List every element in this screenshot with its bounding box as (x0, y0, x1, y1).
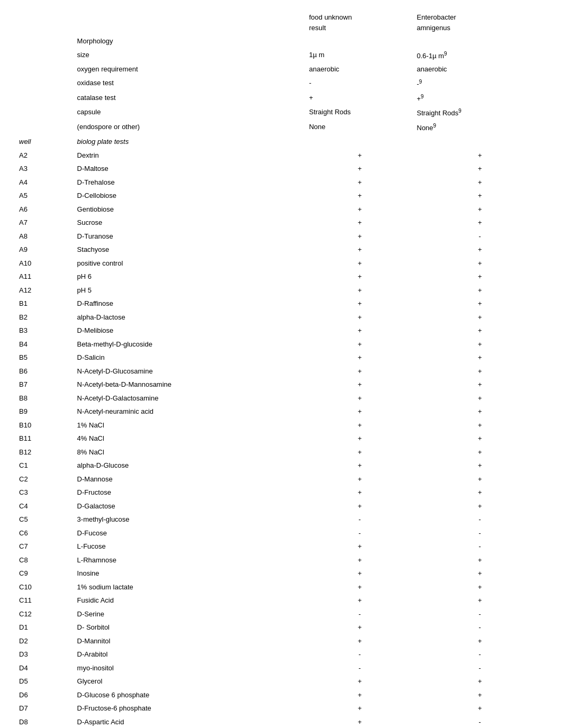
biolog-entero-result: - (414, 648, 547, 661)
biolog-test-name: N-Acetyl-neuraminic acid (74, 405, 306, 418)
biolog-test-name: 4% NaCl (74, 432, 306, 445)
biolog-well: C7 (16, 540, 74, 553)
biolog-entero-result: + (414, 580, 547, 594)
biolog-row: D6D-Glucose 6 phosphate++ (16, 688, 546, 702)
capsule-entero: Straight Rods9 (414, 105, 547, 120)
biolog-test-name: D-Aspartic Acid (74, 715, 306, 728)
biolog-well: C3 (16, 486, 74, 499)
biolog-row: D4myo-inositol-- (16, 661, 546, 675)
biolog-entero-result: + (414, 405, 547, 418)
biolog-food-result: + (306, 365, 414, 378)
biolog-row: B5D-Salicin++ (16, 351, 546, 365)
biolog-test-name: N-Acetyl-D-Galactosamine (74, 392, 306, 405)
capsule-label: capsule (74, 105, 306, 120)
biolog-entero-result: + (414, 472, 547, 486)
name-col-header (74, 11, 306, 34)
biolog-test-name: Beta-methyl-D-glucoside (74, 338, 306, 351)
biolog-entero-result: + (414, 499, 547, 513)
capsule-well (16, 105, 74, 120)
biolog-row: D8D-Aspartic Acid+- (16, 715, 546, 728)
biolog-row: C53-methyl-glucose-- (16, 513, 546, 526)
morphology-well (16, 34, 74, 48)
biolog-food-result: + (306, 499, 414, 513)
catalase-food: + (306, 91, 414, 106)
biolog-well-header: well (16, 135, 74, 149)
biolog-food-result: + (306, 176, 414, 189)
biolog-test-name: Inosine (74, 567, 306, 580)
biolog-well: B12 (16, 445, 74, 459)
biolog-row: A8D-Turanose+- (16, 230, 546, 243)
biolog-test-name: N-Acetyl-D-Glucosamine (74, 365, 306, 378)
biolog-well: B6 (16, 365, 74, 378)
entero-col-header: Enterobacteramnigenus (414, 11, 547, 34)
biolog-test-name: Sucrose (74, 216, 306, 230)
size-food: 1µ m (306, 48, 414, 63)
biolog-entero-result: + (414, 324, 547, 338)
biolog-food-result: + (306, 553, 414, 567)
biolog-entero-result: + (414, 257, 547, 270)
biolog-well: C12 (16, 607, 74, 621)
biolog-entero-result: + (414, 567, 547, 580)
biolog-well: A7 (16, 216, 74, 230)
biolog-entero-result: + (414, 270, 547, 284)
size-entero: 0.6-1µ m9 (414, 48, 547, 63)
biolog-test-name: D-Trehalose (74, 176, 306, 189)
biolog-well: D5 (16, 675, 74, 688)
biolog-entero-header (414, 135, 547, 149)
biolog-food-result: - (306, 607, 414, 621)
biolog-food-result: + (306, 459, 414, 472)
biolog-food-result: + (306, 418, 414, 432)
biolog-food-result: + (306, 445, 414, 459)
oxidase-row: oxidase test - -9 (16, 76, 546, 91)
biolog-food-result: + (306, 338, 414, 351)
biolog-section-header: well biolog plate tests (16, 135, 546, 149)
biolog-well: B3 (16, 324, 74, 338)
biolog-food-result: + (306, 540, 414, 553)
biolog-test-name: D-Maltose (74, 162, 306, 176)
biolog-entero-result: + (414, 675, 547, 688)
biolog-entero-result: - (414, 661, 547, 675)
biolog-test-name: alpha-D-Glucose (74, 459, 306, 472)
biolog-entero-result: + (414, 189, 547, 203)
biolog-well: C10 (16, 580, 74, 594)
morphology-label: Morphology (74, 34, 306, 48)
biolog-entero-result: + (414, 634, 547, 648)
catalase-entero: +9 (414, 91, 547, 106)
comparison-table: food unknownresult Enterobacteramnigenus… (16, 11, 546, 728)
biolog-food-result: + (306, 284, 414, 297)
biolog-entero-result: + (414, 149, 547, 162)
biolog-food-result: + (306, 378, 414, 392)
biolog-entero-result: - (414, 526, 547, 540)
biolog-food-result: + (306, 243, 414, 257)
biolog-well: A10 (16, 257, 74, 270)
biolog-well: D1 (16, 621, 74, 634)
biolog-row: A6Gentiobiose++ (16, 203, 546, 216)
biolog-test-name: Glycerol (74, 675, 306, 688)
biolog-well: C9 (16, 567, 74, 580)
biolog-entero-result: + (414, 459, 547, 472)
morphology-food-header (306, 34, 414, 48)
biolog-entero-result: - (414, 230, 547, 243)
biolog-food-result: + (306, 351, 414, 365)
biolog-test-name: Dextrin (74, 149, 306, 162)
biolog-row: B128% NaCl++ (16, 445, 546, 459)
oxidase-food: - (306, 76, 414, 91)
biolog-row: C8L-Rhamnose++ (16, 553, 546, 567)
oxygen-food: anaerobic (306, 62, 414, 76)
biolog-food-result: - (306, 648, 414, 661)
biolog-well: A4 (16, 176, 74, 189)
biolog-food-result: + (306, 230, 414, 243)
biolog-entero-result: - (414, 715, 547, 728)
biolog-row: D2D-Mannitol++ (16, 634, 546, 648)
biolog-test-name: pH 5 (74, 284, 306, 297)
morphology-entero-header (414, 34, 547, 48)
biolog-well: B9 (16, 405, 74, 418)
biolog-test-name: 3-methyl-glucose (74, 513, 306, 526)
biolog-row: C6D-Fucose-- (16, 526, 546, 540)
biolog-test-name: positive control (74, 257, 306, 270)
biolog-row: A4D-Trehalose++ (16, 176, 546, 189)
biolog-food-result: + (306, 715, 414, 728)
biolog-entero-result: + (414, 284, 547, 297)
biolog-test-name: myo-inositol (74, 661, 306, 675)
oxygen-row: oxygen requirement anaerobic anaerobic (16, 62, 546, 76)
